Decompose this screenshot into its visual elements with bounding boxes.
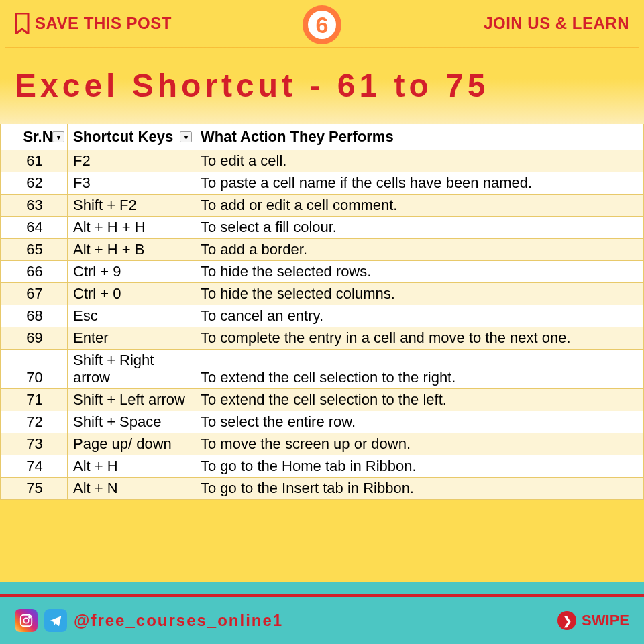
table-row: 74Alt + HTo go to the Home tab in Ribbon… bbox=[1, 455, 644, 478]
cell-keys: Page up/ down bbox=[68, 433, 195, 455]
cell-keys: F3 bbox=[68, 172, 195, 195]
table-row: 75Alt + NTo go to the Insert tab in Ribb… bbox=[1, 478, 644, 500]
table-row: 64Alt + H + HTo select a fill colour. bbox=[1, 217, 644, 239]
col-srno: Sr.No▾ bbox=[1, 124, 68, 150]
chevron-right-icon: ❯ bbox=[557, 611, 576, 630]
cell-srno: 63 bbox=[1, 195, 68, 217]
cell-action: To cancel an entry. bbox=[195, 305, 644, 327]
cell-srno: 72 bbox=[1, 411, 68, 433]
col-keys-label: Shortcut Keys bbox=[73, 128, 173, 145]
cell-action: To go to the Insert tab in Ribbon. bbox=[195, 478, 644, 500]
cell-srno: 75 bbox=[1, 478, 68, 500]
table-row: 73Page up/ downTo move the screen up or … bbox=[1, 433, 644, 455]
cell-keys: Alt + N bbox=[68, 478, 195, 500]
cell-srno: 62 bbox=[1, 172, 68, 195]
cell-keys: F2 bbox=[68, 150, 195, 172]
cell-keys: Shift + F2 bbox=[68, 195, 195, 217]
table-row: 62F3To paste a cell name if the cells ha… bbox=[1, 172, 644, 195]
cell-action: To move the screen up or down. bbox=[195, 433, 644, 455]
cell-keys: Alt + H + B bbox=[68, 239, 195, 261]
table-row: 69EnterTo complete the entry in a cell a… bbox=[1, 327, 644, 350]
account-handle[interactable]: @free_courses_online1 bbox=[74, 611, 283, 630]
cell-action: To hide the selected columns. bbox=[195, 283, 644, 305]
table-row: 71Shift + Left arrowTo extend the cell s… bbox=[1, 389, 644, 411]
cell-action: To add or edit a cell comment. bbox=[195, 195, 644, 217]
cell-srno: 67 bbox=[1, 283, 68, 305]
title-section: Excel Shortcut - 61 to 75 bbox=[0, 48, 644, 124]
table-row: 65Alt + H + BTo add a border. bbox=[1, 239, 644, 261]
cell-srno: 69 bbox=[1, 327, 68, 350]
cell-keys: Ctrl + 9 bbox=[68, 261, 195, 283]
table-row: 72Shift + SpaceTo select the entire row. bbox=[1, 411, 644, 433]
cell-srno: 65 bbox=[1, 239, 68, 261]
table-row: 61F2To edit a cell. bbox=[1, 150, 644, 172]
cell-keys: Ctrl + 0 bbox=[68, 283, 195, 305]
cell-action: To select the entire row. bbox=[195, 411, 644, 433]
telegram-icon[interactable] bbox=[44, 609, 67, 632]
svg-point-2 bbox=[29, 616, 30, 618]
cell-action: To go to the Home tab in Ribbon. bbox=[195, 455, 644, 478]
svg-point-1 bbox=[23, 618, 28, 623]
col-keys: Shortcut Keys▾ bbox=[68, 124, 195, 150]
top-bar: SAVE THIS POST 6 JOIN US & LEARN bbox=[0, 0, 644, 47]
cell-action: To paste a cell name if the cells have b… bbox=[195, 172, 644, 195]
table-row: 70Shift + Right arrowTo extend the cell … bbox=[1, 350, 644, 389]
cell-srno: 70 bbox=[1, 350, 68, 389]
cell-srno: 64 bbox=[1, 217, 68, 239]
cell-action: To complete the entry in a cell and move… bbox=[195, 327, 644, 350]
footer: @free_courses_online1 ❯ SWIPE bbox=[0, 592, 644, 644]
table-header-row: Sr.No▾ Shortcut Keys▾ What Action They P… bbox=[1, 124, 644, 150]
filter-icon[interactable]: ▾ bbox=[52, 131, 64, 142]
cell-srno: 61 bbox=[1, 150, 68, 172]
shortcut-table: Sr.No▾ Shortcut Keys▾ What Action They P… bbox=[0, 124, 644, 500]
cell-action: To extend the cell selection to the left… bbox=[195, 389, 644, 411]
cell-srno: 74 bbox=[1, 455, 68, 478]
col-action: What Action They Performs bbox=[195, 124, 644, 150]
cell-srno: 68 bbox=[1, 305, 68, 327]
cell-keys: Enter bbox=[68, 327, 195, 350]
save-post-cta[interactable]: SAVE THIS POST bbox=[15, 13, 172, 34]
cell-action: To extend the cell selection to the righ… bbox=[195, 350, 644, 389]
cell-srno: 66 bbox=[1, 261, 68, 283]
cell-action: To hide the selected rows. bbox=[195, 261, 644, 283]
cell-action: To select a fill colour. bbox=[195, 217, 644, 239]
cell-keys: Shift + Right arrow bbox=[68, 350, 195, 389]
save-label: SAVE THIS POST bbox=[35, 14, 172, 33]
swipe-cta[interactable]: ❯ SWIPE bbox=[557, 611, 629, 630]
footer-gap bbox=[0, 582, 644, 592]
cell-srno: 73 bbox=[1, 433, 68, 455]
table-row: 66Ctrl + 9To hide the selected rows. bbox=[1, 261, 644, 283]
cell-keys: Shift + Space bbox=[68, 411, 195, 433]
cell-srno: 71 bbox=[1, 389, 68, 411]
social-group: @free_courses_online1 bbox=[15, 609, 283, 632]
cell-keys: Alt + H + H bbox=[68, 217, 195, 239]
page-title: Excel Shortcut - 61 to 75 bbox=[15, 67, 629, 104]
swipe-label: SWIPE bbox=[582, 612, 629, 629]
table-row: 63Shift + F2To add or edit a cell commen… bbox=[1, 195, 644, 217]
filter-icon[interactable]: ▾ bbox=[180, 131, 192, 142]
page-badge: 6 bbox=[303, 5, 341, 44]
cell-keys: Alt + H bbox=[68, 455, 195, 478]
cell-action: To edit a cell. bbox=[195, 150, 644, 172]
join-cta[interactable]: JOIN US & LEARN bbox=[484, 14, 629, 33]
cell-keys: Shift + Left arrow bbox=[68, 389, 195, 411]
instagram-icon[interactable] bbox=[15, 609, 38, 632]
table-row: 67Ctrl + 0To hide the selected columns. bbox=[1, 283, 644, 305]
table-row: 68EscTo cancel an entry. bbox=[1, 305, 644, 327]
cell-keys: Esc bbox=[68, 305, 195, 327]
header-divider bbox=[5, 47, 639, 48]
bookmark-icon bbox=[15, 13, 30, 34]
page-number: 6 bbox=[308, 11, 336, 39]
cell-action: To add a border. bbox=[195, 239, 644, 261]
